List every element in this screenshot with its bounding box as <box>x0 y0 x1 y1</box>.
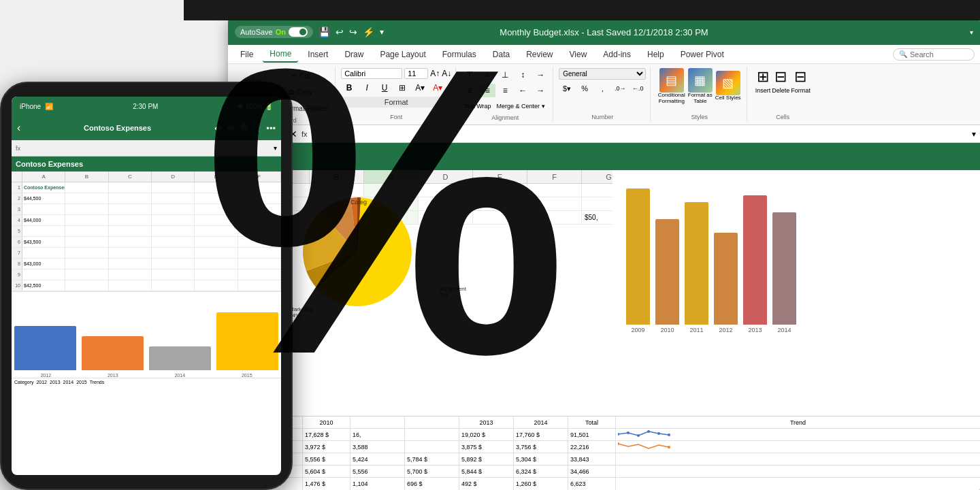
dropdown-icon[interactable]: ▾ <box>380 27 384 37</box>
phone-search-icon[interactable]: 🔍 <box>240 123 251 133</box>
cell-e2[interactable] <box>473 197 527 210</box>
cell-d2[interactable] <box>419 197 473 210</box>
customquick-icon[interactable]: ⚡ <box>363 27 374 37</box>
menu-formulas[interactable]: Formulas <box>436 47 483 62</box>
cut-button[interactable]: ✂ Cut <box>270 68 331 83</box>
phone-cell-b9[interactable] <box>65 270 108 280</box>
comma-button[interactable]: , <box>594 82 610 95</box>
phone-share-icon[interactable]: ↑ <box>257 123 261 133</box>
phone-cell-f8[interactable] <box>238 259 281 269</box>
phone-cell-d5[interactable] <box>152 226 195 236</box>
menu-draw[interactable]: Draw <box>338 47 370 62</box>
col-header-c[interactable]: C <box>364 170 419 183</box>
decrease-decimal-button[interactable]: ←.0 <box>630 82 646 95</box>
phone-cell-b6[interactable] <box>65 237 108 247</box>
font-color-button[interactable]: A▾ <box>429 81 446 95</box>
phone-cell-f9[interactable] <box>238 270 281 280</box>
menu-help[interactable]: Help <box>640 47 671 62</box>
phone-cell-e3[interactable] <box>195 204 238 214</box>
phone-cell-e4[interactable] <box>195 215 238 225</box>
data-table-row2[interactable]: $ 3,972 $ 3,588 3,875 $ 3,756 $ 22,216 <box>228 441 980 453</box>
outdent-button[interactable]: ← <box>514 84 531 97</box>
phone-col-c[interactable]: C <box>109 172 152 182</box>
cell-f1[interactable] <box>527 184 582 197</box>
phone-cell-f4[interactable] <box>238 215 281 225</box>
phone-cell-e5[interactable] <box>195 226 238 236</box>
phone-cell-c3[interactable] <box>109 204 152 214</box>
conditional-formatting-btn[interactable]: ▤ ConditionalFormatting <box>658 68 685 105</box>
function-icon[interactable]: fx <box>301 130 308 138</box>
align-left-button[interactable]: ≡ <box>461 84 478 97</box>
phone-cell-b10[interactable] <box>65 280 108 291</box>
expand-icon[interactable]: ▾ <box>972 129 976 139</box>
cell-f2[interactable] <box>527 197 582 210</box>
phone-cell-d8[interactable] <box>152 259 195 269</box>
phone-cell-e8[interactable] <box>195 259 238 269</box>
phone-cell-c7[interactable] <box>109 248 152 258</box>
menu-addins[interactable]: Add-ins <box>596 47 638 62</box>
phone-cell-a2[interactable]: $44,500 <box>22 193 65 203</box>
menu-data[interactable]: Data <box>486 47 517 62</box>
phone-cell-c6[interactable] <box>109 237 152 247</box>
phone-cell-a10[interactable]: $42,500 <box>22 280 65 291</box>
phone-cell-d10[interactable] <box>152 280 195 291</box>
phone-edit-icon[interactable]: ✏ <box>227 123 235 133</box>
col-header-b[interactable]: B <box>310 170 364 183</box>
phone-cell-c1[interactable] <box>109 182 152 193</box>
phone-cell-d9[interactable] <box>152 270 195 280</box>
phone-cell-e10[interactable] <box>195 280 238 291</box>
menu-powerpivot[interactable]: Power Pivot <box>674 47 731 62</box>
search-box[interactable]: 🔍 Search <box>893 48 975 61</box>
underline-button[interactable]: U <box>376 81 393 95</box>
phone-cell-f5[interactable] <box>238 226 281 236</box>
phone-cell-e1[interactable] <box>195 182 238 193</box>
phone-cell-a8[interactable]: $43,000 <box>22 259 65 269</box>
phone-cell-f1[interactable] <box>238 182 281 193</box>
phone-cell-d6[interactable] <box>152 237 195 247</box>
phone-cell-b2[interactable] <box>65 193 108 203</box>
phone-col-b[interactable]: B <box>65 172 108 182</box>
phone-cell-b8[interactable] <box>65 259 108 269</box>
phone-cell-d2[interactable] <box>152 193 195 203</box>
percent-button[interactable]: % <box>576 82 593 95</box>
phone-cell-b4[interactable] <box>65 215 108 225</box>
phone-cell-f3[interactable] <box>238 204 281 214</box>
currency-button[interactable]: $▾ <box>559 82 575 95</box>
fill-color-button[interactable]: A▾ <box>412 81 428 95</box>
phone-cell-a1[interactable]: Contoso Expenses <box>22 182 65 193</box>
phone-undo-icon[interactable]: ↩ <box>214 123 222 133</box>
menu-pagelayout[interactable]: Page Layout <box>373 47 432 62</box>
phone-cell-a4[interactable]: $44,000 <box>22 215 65 225</box>
data-table-row4[interactable]: $ 5,604 $ 5,556 5,700 $ 5,844 $ 6,324 $ … <box>228 466 980 478</box>
col-header-d[interactable]: D <box>419 170 473 183</box>
insert-btn[interactable]: ⊞ Insert <box>755 68 771 94</box>
format-btn[interactable]: ⊟ Format <box>791 68 811 94</box>
cell-e1[interactable] <box>473 184 527 197</box>
menu-view[interactable]: View <box>563 47 594 62</box>
italic-button[interactable]: I <box>359 81 375 95</box>
phone-cell-e9[interactable] <box>195 270 238 280</box>
autosave-badge[interactable]: AutoSave On <box>235 26 313 38</box>
phone-cell-f2[interactable] <box>238 193 281 203</box>
data-table-row5[interactable]: $ 1,476 $ 1,104 696 $ 492 $ 1,260 $ 6,62… <box>228 478 980 490</box>
phone-cell-c10[interactable] <box>109 280 152 291</box>
wrap-text-button[interactable]: Text Wrap <box>461 99 493 113</box>
redo-icon[interactable]: ↪ <box>349 27 357 37</box>
phone-cell-d3[interactable] <box>152 204 195 214</box>
number-format-select[interactable]: General Number Currency Percentage <box>559 68 646 80</box>
text-direction-button[interactable]: ↕ <box>514 68 531 82</box>
phone-cell-e2[interactable] <box>195 193 238 203</box>
data-table-row1[interactable]: Utilities $ 17,628 $ 16, 19,020 $ 17,760… <box>228 429 980 441</box>
phone-cell-f6[interactable] <box>238 237 281 247</box>
phone-cell-e7[interactable] <box>195 248 238 258</box>
font-size-input[interactable] <box>404 68 428 79</box>
data-table-row3[interactable]: $ 5,556 $ 5,424 5,784 $ 5,892 $ 5,304 $ … <box>228 453 980 466</box>
phone-col-e[interactable]: E <box>195 172 238 182</box>
phone-col-a[interactable]: A <box>22 172 65 182</box>
increase-decimal-button[interactable]: .0→ <box>612 82 628 95</box>
menu-review[interactable]: Review <box>519 47 559 62</box>
cell-d1[interactable] <box>419 184 473 197</box>
border-button[interactable]: ⊞ <box>394 81 410 95</box>
phone-cell-a9[interactable] <box>22 270 65 280</box>
save-icon[interactable]: 💾 <box>318 27 330 37</box>
